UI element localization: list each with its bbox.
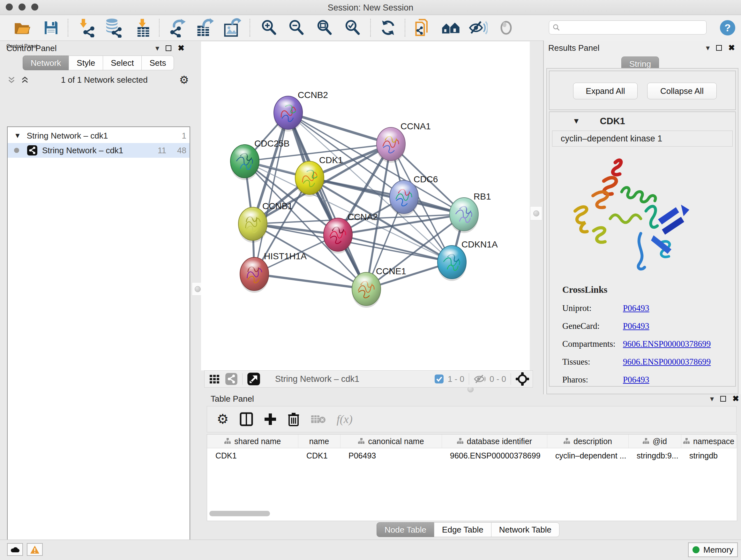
column-header[interactable]: database identifier (442, 435, 547, 448)
zoom-out-icon[interactable] (286, 17, 307, 38)
cell-shared-name[interactable]: CDK1 (207, 448, 298, 463)
results-panel-title: Results Panel (548, 43, 599, 53)
cloud-button[interactable] (7, 543, 23, 556)
first-neighbors-icon[interactable] (441, 17, 461, 38)
network-node-HIST1H1A[interactable]: HIST1H1A (240, 251, 307, 293)
network-node-RB1[interactable]: RB1 (450, 192, 491, 233)
column-header[interactable]: shared name (207, 435, 298, 448)
cell-database-identifier[interactable]: 9606.ENSP00000378699 (442, 448, 547, 463)
show-columns-icon[interactable] (240, 412, 253, 426)
table-row[interactable]: CDK1 CDK1 P06493 9606.ENSP00000378699 cy… (207, 448, 736, 463)
search-input[interactable] (560, 23, 703, 32)
network-share-icon (27, 145, 38, 156)
crosslink-genecard[interactable]: P06493 (623, 321, 650, 331)
import-table-icon[interactable] (133, 17, 153, 38)
warnings-button[interactable] (27, 543, 43, 556)
delete-column-icon[interactable] (287, 412, 300, 426)
cell-description[interactable]: cyclin–dependent ... (547, 448, 628, 463)
collection-expander-icon[interactable]: ▼ (14, 132, 21, 140)
refresh-icon[interactable] (378, 17, 398, 38)
memory-button[interactable]: Memory (688, 543, 738, 557)
save-session-icon[interactable] (41, 17, 61, 38)
zoom-selected-icon[interactable] (342, 17, 362, 38)
hide-selected-icon[interactable] (468, 17, 488, 38)
crosslink-uniprot[interactable]: P06493 (623, 303, 650, 313)
clear-table-icon[interactable] (311, 414, 326, 425)
collapse-all-icon[interactable] (7, 75, 16, 84)
cdk1-section-header[interactable]: ▼ CDK1 (549, 112, 735, 130)
crosslink-tissues[interactable]: 9606.ENSP00000378699 (623, 357, 711, 367)
panel-close-icon[interactable]: ✖ (732, 395, 739, 402)
main-toolbar: ? (0, 15, 741, 41)
import-database-icon[interactable] (103, 17, 124, 38)
clone-network-icon[interactable] (413, 17, 433, 38)
right-splitter-handle[interactable] (530, 206, 542, 220)
table-horizontal-scrollbar[interactable] (209, 511, 270, 516)
network-node-CCNB2[interactable]: CCNB2 (274, 90, 328, 132)
network-collection-row[interactable]: ▼ String Network – cdk1 1 (8, 127, 190, 143)
panel-close-icon[interactable]: ✖ (728, 44, 735, 52)
crosslink-pharos[interactable]: P06493 (623, 375, 650, 385)
memory-status-icon (692, 546, 699, 553)
cell-name[interactable]: CDK1 (298, 448, 340, 463)
network-row-selected[interactable]: String Network – cdk1 11 48 (8, 143, 190, 158)
function-builder-icon[interactable]: f(x) (337, 413, 353, 426)
grid-view-icon[interactable] (209, 374, 220, 384)
network-options-gear-icon[interactable]: ⚙ (179, 74, 189, 85)
cdk1-section: ▼ CDK1 cyclin–dependent kinase 1 (549, 111, 736, 387)
panel-float-icon[interactable] (165, 45, 172, 51)
panel-float-icon[interactable] (720, 396, 726, 401)
crosslink-compartments[interactable]: 9606.ENSP00000378699 (623, 339, 711, 349)
node-label-CCNA2: CCNA2 (347, 212, 378, 222)
zoom-in-icon[interactable] (259, 17, 279, 38)
panel-collapse-icon[interactable]: ▾ (155, 44, 159, 52)
column-header[interactable]: @id (628, 435, 681, 448)
collection-count: 1 (182, 131, 186, 141)
cell-canonical-name[interactable]: P06493 (340, 448, 442, 463)
network-graph[interactable]: CCNB2CCNA1CDC25BCDK1CDC6RB1CCNB1CCNA2CDK… (201, 42, 530, 370)
tab-node-table[interactable]: Node Table (377, 522, 434, 537)
selected-checkbox-icon[interactable] (434, 374, 444, 384)
tab-edge-table[interactable]: Edge Table (434, 522, 491, 537)
column-header[interactable]: canonical name (340, 435, 442, 448)
cell-id[interactable]: stringdb:9... (628, 448, 681, 463)
table-settings-gear-icon[interactable]: ⚙ (217, 413, 229, 426)
network-canvas[interactable]: CCNB2CCNA1CDC25BCDK1CDC6RB1CCNB1CCNA2CDK… (201, 42, 530, 370)
network-node-CDKN1A[interactable]: CDKN1A (437, 240, 498, 281)
export-image-icon[interactable] (221, 17, 242, 38)
fit-selected-crosshair-icon[interactable] (515, 372, 529, 386)
expand-all-icon[interactable] (20, 75, 29, 84)
export-table-icon[interactable] (194, 17, 214, 38)
column-header[interactable]: description (547, 435, 628, 448)
network-edge-count: 48 (177, 145, 186, 155)
node-table[interactable]: shared name name canonical name database… (207, 434, 737, 521)
column-header[interactable]: namespace (681, 435, 736, 448)
show-all-icon[interactable] (496, 17, 516, 38)
export-network-icon[interactable] (167, 17, 188, 38)
create-column-icon[interactable] (264, 413, 277, 426)
column-header[interactable]: name (298, 435, 340, 448)
panel-close-icon[interactable]: ✖ (178, 44, 185, 52)
panel-collapse-icon[interactable]: ▾ (710, 395, 714, 402)
network-node-CCNE1[interactable]: CCNE1 (352, 266, 406, 308)
open-in-window-icon[interactable] (247, 372, 260, 386)
panel-collapse-icon[interactable]: ▾ (706, 44, 710, 52)
section-expander-icon[interactable]: ▼ (572, 117, 580, 125)
help-icon[interactable]: ? (718, 17, 738, 38)
tab-style[interactable]: Style (69, 56, 103, 70)
tab-sets[interactable]: Sets (141, 56, 174, 70)
tab-network[interactable]: Network (23, 56, 69, 70)
birds-eye-icon[interactable] (225, 373, 238, 385)
zoom-fit-icon[interactable] (314, 17, 334, 38)
search-field[interactable] (549, 20, 706, 35)
cell-namespace[interactable]: stringdb (681, 448, 736, 463)
open-session-icon[interactable] (12, 17, 32, 38)
collapse-all-button[interactable]: Collapse All (647, 83, 717, 99)
node-label-CCNA1: CCNA1 (401, 121, 431, 131)
crosslink-label: GeneCard: (562, 321, 623, 331)
import-network-icon[interactable] (77, 17, 97, 38)
tab-select[interactable]: Select (103, 56, 142, 70)
expand-all-button[interactable]: Expand All (573, 83, 637, 99)
panel-float-icon[interactable] (716, 45, 722, 51)
tab-network-table[interactable]: Network Table (491, 522, 559, 537)
